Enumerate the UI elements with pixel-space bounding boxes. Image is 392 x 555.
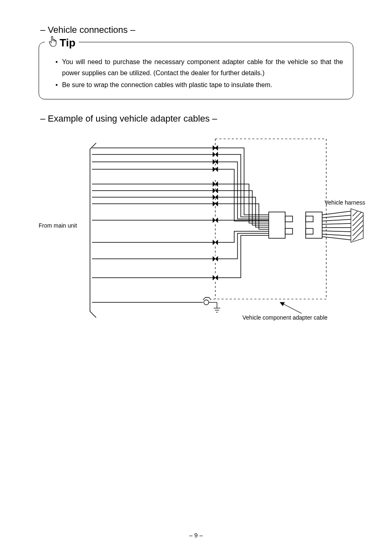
svg-line-18 <box>322 215 351 218</box>
svg-line-19 <box>322 219 351 221</box>
section-title-vehicle-connections: – Vehicle connections – <box>40 25 371 35</box>
svg-rect-15 <box>285 228 293 234</box>
diagram-label-bottom: Vehicle component adapter cable <box>242 314 327 321</box>
diagram-label-left: From main unit <box>39 222 77 229</box>
svg-line-22 <box>322 231 351 232</box>
tip-label: Tip <box>60 37 76 49</box>
hand-point-icon <box>48 36 57 50</box>
tip-box: Tip You will need to purchase the necess… <box>39 42 353 99</box>
svg-point-31 <box>204 300 209 305</box>
svg-line-20 <box>322 223 351 224</box>
page-number: – 9 – <box>0 532 392 539</box>
tip-item: You will need to purchase the necessary … <box>55 56 343 78</box>
wiring-diagram: From main unit Vehicle harness Vehicle c… <box>39 131 353 340</box>
svg-rect-13 <box>269 212 285 238</box>
tip-header: Tip <box>45 36 79 50</box>
diagram-label-right: Vehicle harness <box>325 199 365 206</box>
tip-item: Be sure to wrap the connection cables wi… <box>55 79 343 90</box>
tip-list: You will need to purchase the necessary … <box>55 56 343 91</box>
svg-rect-14 <box>285 216 293 222</box>
section-title-example: – Example of using vehicle adapter cable… <box>40 113 371 124</box>
